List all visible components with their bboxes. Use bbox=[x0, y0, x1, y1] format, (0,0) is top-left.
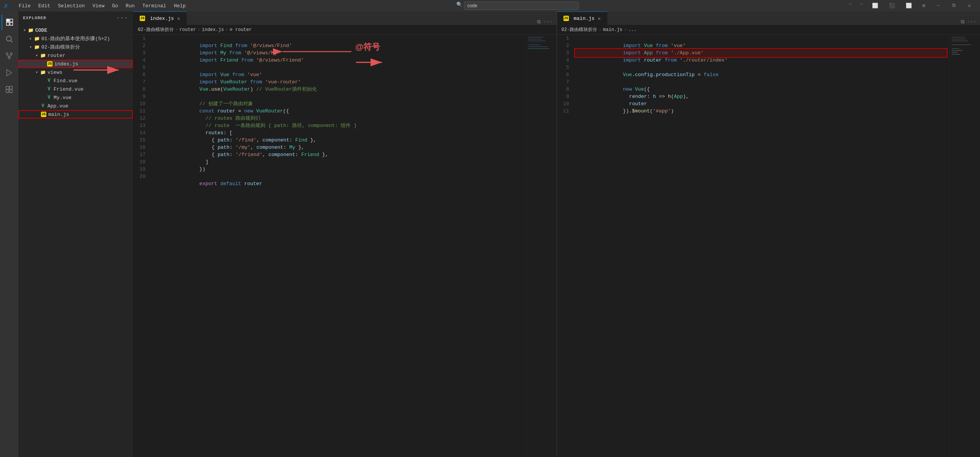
activity-debug[interactable] bbox=[2, 65, 17, 80]
bc-index-js: index.js bbox=[202, 27, 224, 33]
tree-item-friend-vue[interactable]: V Friend.vue bbox=[18, 85, 133, 93]
js-icon-index: JS bbox=[47, 61, 53, 67]
svg-point-4 bbox=[8, 57, 10, 59]
nav-back[interactable]: ← bbox=[846, 1, 855, 10]
minimize-btn[interactable]: — bbox=[931, 1, 945, 10]
activity-source-control[interactable] bbox=[2, 48, 17, 63]
activity-extensions[interactable] bbox=[2, 82, 17, 97]
split-editor-icon[interactable]: ⧉ bbox=[537, 19, 541, 25]
tree-label-01: 01-路由的基本使用步骤(5+2) bbox=[41, 35, 110, 42]
arrow-02: ▾ bbox=[28, 44, 34, 50]
more-actions-icon[interactable]: ··· bbox=[544, 19, 552, 25]
right-code-area[interactable]: 1 2 3 4 5 6 7 8 9 10 11 bbox=[557, 35, 980, 457]
code-line-14: { path: '/find', component: Find }, bbox=[152, 129, 523, 137]
right-code-lines: import Vue from 'vue' import App from '.… bbox=[572, 35, 950, 457]
activity-explorer[interactable] bbox=[2, 15, 17, 30]
search-input[interactable] bbox=[464, 2, 579, 10]
tree-item-main-js[interactable]: JS main.js bbox=[18, 110, 133, 119]
js-icon-main: JS bbox=[41, 111, 47, 117]
nav-forward[interactable]: → bbox=[857, 1, 866, 10]
bc-r-main: main.js bbox=[603, 27, 622, 33]
folder-icon-router: 📁 bbox=[40, 52, 46, 59]
menu-file[interactable]: File bbox=[16, 2, 34, 10]
svg-rect-16 bbox=[528, 48, 549, 49]
vue-icon-find: V bbox=[46, 78, 52, 84]
tree-item-02[interactable]: ▾ 📁 02-路由模块折分 bbox=[18, 43, 133, 51]
svg-rect-11 bbox=[528, 37, 544, 37]
left-code-area[interactable]: 1 2 3 4 5 6 7 8 9 10 11 12 13 bbox=[133, 35, 557, 457]
activity-search[interactable] bbox=[2, 31, 17, 47]
tree-item-my-vue[interactable]: V My.vue bbox=[18, 93, 133, 102]
restore-btn[interactable]: ⧉ bbox=[947, 1, 961, 10]
tree-label-index-js: index.js bbox=[54, 61, 78, 67]
sidebar-more-button[interactable]: ··· bbox=[116, 15, 128, 21]
code-line-3: import Friend from '@/views/Friend' bbox=[152, 49, 523, 57]
svg-marker-6 bbox=[7, 70, 12, 76]
tree-item-find-vue[interactable]: V Find.vue bbox=[18, 76, 133, 85]
tree-item-router[interactable]: ▾ 📁 router bbox=[18, 51, 133, 60]
tree-label-find-vue: Find.vue bbox=[54, 78, 77, 84]
editor-toolbar-left: ⧉ ··· bbox=[533, 19, 556, 25]
tab-index-js[interactable]: JS index.js ✕ bbox=[133, 11, 187, 25]
close-btn[interactable]: ✕ bbox=[962, 1, 976, 10]
tree-item-code[interactable]: ▾ 📁 CODE bbox=[18, 26, 133, 34]
layout-btn-4[interactable]: ⊞ bbox=[918, 1, 930, 10]
main-content: EXPLORER ··· ▾ 📁 CODE ▸ 📁 01-路由的基本使用步骤(5… bbox=[0, 11, 980, 457]
menu-view[interactable]: View bbox=[90, 2, 108, 10]
tab-label-index: index.js bbox=[150, 16, 174, 21]
menu-go[interactable]: Go bbox=[109, 2, 121, 10]
svg-rect-13 bbox=[528, 41, 546, 41]
menu-selection[interactable]: Selection bbox=[55, 2, 88, 10]
left-line-numbers: 1 2 3 4 5 6 7 8 9 10 11 12 13 bbox=[133, 35, 149, 457]
tree-item-01[interactable]: ▸ 📁 01-路由的基本使用步骤(5+2) bbox=[18, 34, 133, 43]
vue-icon-app: V bbox=[40, 103, 46, 109]
code-line-4 bbox=[152, 57, 523, 64]
arrow-my bbox=[40, 94, 46, 101]
more-actions-icon-r[interactable]: ··· bbox=[967, 19, 976, 25]
layout-btn-2[interactable]: ⬛ bbox=[884, 1, 900, 10]
folder-icon-02: 📁 bbox=[34, 44, 40, 50]
js-icon-tab-index: JS bbox=[139, 15, 145, 21]
svg-rect-26 bbox=[952, 52, 957, 53]
code-line-13: routes: [ bbox=[152, 122, 523, 129]
editors-split: JS index.js ✕ ⧉ ··· 02-路由模块折分 › router › bbox=[133, 11, 980, 457]
menu-help[interactable]: Help bbox=[171, 2, 189, 10]
arrow-views: ▾ bbox=[34, 69, 40, 75]
tab-close-main[interactable]: ✕ bbox=[598, 15, 601, 22]
tree-item-views[interactable]: ▾ 📁 views bbox=[18, 68, 133, 76]
svg-rect-14 bbox=[528, 44, 540, 45]
tree-item-app-vue[interactable]: V App.vue bbox=[18, 102, 133, 110]
right-tabs: JS main.js ✕ ⧉ ··· bbox=[557, 11, 980, 25]
tab-close-index[interactable]: ✕ bbox=[177, 15, 180, 22]
svg-rect-25 bbox=[952, 50, 962, 51]
svg-point-2 bbox=[6, 53, 8, 55]
arrow-friend bbox=[40, 86, 46, 92]
arrow-01: ▸ bbox=[28, 36, 34, 42]
arrow-index-js bbox=[41, 61, 47, 67]
arrow-find bbox=[40, 78, 46, 84]
tree-item-index-js[interactable]: JS index.js bbox=[18, 60, 133, 68]
tab-main-js[interactable]: JS main.js ✕ bbox=[557, 11, 608, 25]
left-breadcrumb: 02-路由模块折分 › router › index.js › ⊙ router bbox=[133, 25, 557, 35]
vscode-logo: ✗ bbox=[4, 2, 8, 10]
menu-terminal[interactable]: Terminal bbox=[139, 2, 169, 10]
menu-run[interactable]: Run bbox=[122, 2, 137, 10]
svg-rect-7 bbox=[6, 86, 9, 89]
explorer-title: EXPLORER bbox=[23, 16, 46, 20]
svg-point-0 bbox=[7, 36, 11, 41]
tree-label-router: router bbox=[47, 53, 65, 59]
arrow-router: ▾ bbox=[34, 52, 40, 59]
arrow-main bbox=[34, 111, 41, 117]
layout-btn-3[interactable]: ⬜ bbox=[901, 1, 916, 10]
bc-router-symbol: ⊙ router bbox=[230, 27, 252, 33]
svg-rect-12 bbox=[528, 39, 542, 39]
code-line-2: import My from '@/views/My' bbox=[152, 42, 523, 49]
svg-rect-9 bbox=[6, 90, 9, 93]
vue-icon-my: V bbox=[46, 94, 52, 101]
r-code-line-8: render: h => h(App), bbox=[575, 86, 947, 93]
layout-btn-1[interactable]: ⬜ bbox=[867, 1, 883, 10]
code-line-5: import Vue from 'vue' bbox=[152, 64, 523, 71]
split-editor-icon-r[interactable]: ⧉ bbox=[961, 19, 964, 25]
menu-edit[interactable]: Edit bbox=[35, 2, 53, 10]
svg-rect-15 bbox=[528, 46, 547, 47]
